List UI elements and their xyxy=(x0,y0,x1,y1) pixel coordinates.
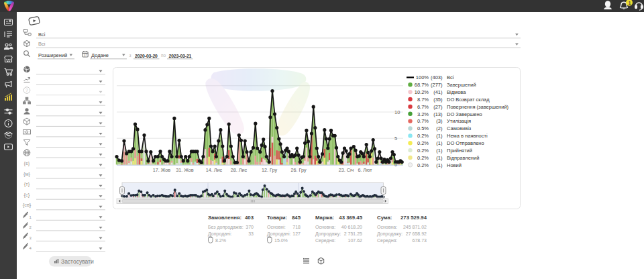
svg-text:2023-03-21: 2023-03-21 xyxy=(169,54,192,58)
svg-text:5: 5 xyxy=(394,135,397,142)
svg-text:8.2%: 8.2% xyxy=(215,238,226,243)
svg-text:8.7%: 8.7% xyxy=(417,97,429,103)
svg-text:1: 1 xyxy=(30,215,32,219)
svg-text:107.62: 107.62 xyxy=(348,238,363,243)
svg-text:Допродані:: Допродані: xyxy=(267,231,291,237)
svg-text:(1): (1) xyxy=(436,162,443,168)
svg-text:DO Отправлено: DO Отправлено xyxy=(447,140,484,146)
svg-text:43 369.45: 43 369.45 xyxy=(339,215,362,221)
svg-text:Основні:: Основні: xyxy=(267,225,286,229)
svg-text:(1): (1) xyxy=(436,148,443,154)
svg-text:245 871.02: 245 871.02 xyxy=(403,225,427,229)
svg-text:по: по xyxy=(161,53,166,58)
svg-text:2020-03-20: 2020-03-20 xyxy=(135,54,158,58)
svg-text:(1): (1) xyxy=(436,133,443,139)
svg-text:DO Завершено: DO Завершено xyxy=(447,111,482,117)
svg-text:370: 370 xyxy=(246,225,254,229)
svg-text:з: з xyxy=(129,53,131,58)
svg-text:Відправлений: Відправлений xyxy=(447,155,479,161)
svg-text:403: 403 xyxy=(245,215,254,221)
svg-text:678.73: 678.73 xyxy=(413,238,427,243)
svg-text:1: 1 xyxy=(629,1,631,5)
svg-text:10.2%: 10.2% xyxy=(415,89,429,95)
svg-text:Сума:: Сума: xyxy=(377,215,392,221)
svg-text:6. Лют: 6. Лют xyxy=(358,167,372,173)
svg-text:Основна:: Основна: xyxy=(315,225,335,229)
svg-text:Всі: Всі xyxy=(447,74,454,80)
svg-text:31. Жов: 31. Жов xyxy=(176,167,194,173)
svg-text:10: 10 xyxy=(394,109,400,115)
svg-text:DO Возврат склад: DO Возврат склад xyxy=(447,97,490,103)
svg-text:Всі: Всі xyxy=(38,32,46,38)
svg-text:{s}: {s} xyxy=(24,160,30,166)
svg-text:0.2%: 0.2% xyxy=(417,133,429,139)
svg-text:0.2%: 0.2% xyxy=(417,155,429,161)
svg-text:0: 0 xyxy=(394,162,397,168)
svg-text:(27): (27) xyxy=(433,104,443,110)
svg-text:(41): (41) xyxy=(433,89,443,95)
svg-text:{м}: {м} xyxy=(23,171,31,177)
svg-text:0.2%: 0.2% xyxy=(417,140,429,146)
svg-text:100%: 100% xyxy=(416,74,429,80)
svg-text:127: 127 xyxy=(292,231,301,236)
svg-text:Маржа:: Маржа: xyxy=(315,215,334,221)
svg-text:Товари:: Товари: xyxy=(267,215,287,221)
svg-text:68.7%: 68.7% xyxy=(415,82,429,88)
svg-text:2: 2 xyxy=(30,225,32,229)
svg-text:12. Гру: 12. Гру xyxy=(262,167,277,173)
svg-text:273 529.94: 273 529.94 xyxy=(400,215,427,221)
svg-text:(1): (1) xyxy=(436,155,443,161)
svg-text:17: 17 xyxy=(83,54,87,57)
svg-text:Утилізація: Утилізація xyxy=(447,118,471,124)
svg-text:15.0%: 15.0% xyxy=(274,238,288,243)
svg-text:718: 718 xyxy=(292,225,301,229)
svg-text:Розширений: Розширений xyxy=(38,52,67,58)
svg-text:0.2%: 0.2% xyxy=(417,162,429,168)
svg-text:6.7%: 6.7% xyxy=(417,104,429,110)
svg-text:{св}: {св} xyxy=(23,202,32,208)
svg-text:0.2%: 0.2% xyxy=(417,148,429,154)
svg-text:0.5%: 0.5% xyxy=(417,125,429,131)
svg-text:3.2%: 3.2% xyxy=(417,111,429,117)
svg-text:Середня:: Середня: xyxy=(315,238,335,243)
svg-text:{т}: {т} xyxy=(24,181,30,187)
svg-text:17. Жов: 17. Жов xyxy=(153,167,171,173)
svg-text:Прийнятий: Прийнятий xyxy=(447,148,472,154)
svg-text:Додане: Додане xyxy=(91,52,109,58)
svg-text:Повернення (завершений): Повернення (завершений) xyxy=(447,104,509,110)
svg-text:845: 845 xyxy=(292,215,301,221)
svg-text:Замовлення:: Замовлення: xyxy=(208,215,241,221)
svg-text:Допродажу:: Допродажу: xyxy=(377,231,402,237)
svg-text:Нема в наявності: Нема в наявності xyxy=(447,133,488,139)
svg-text:4: 4 xyxy=(30,246,32,250)
svg-text:14. Лис: 14. Лис xyxy=(206,167,223,173)
svg-text:Застосувати: Застосувати xyxy=(61,258,94,265)
svg-text:(35): (35) xyxy=(433,97,443,103)
svg-text:3: 3 xyxy=(30,236,32,240)
svg-text:Допродані:: Допродані: xyxy=(208,231,232,237)
svg-text:(3): (3) xyxy=(436,118,443,124)
svg-text:Новий: Новий xyxy=(447,162,462,168)
svg-text:28. Лис: 28. Лис xyxy=(231,167,248,173)
svg-text:33: 33 xyxy=(248,231,254,236)
svg-text:?: ? xyxy=(25,88,28,93)
svg-text:23. Січ: 23. Січ xyxy=(339,167,354,173)
svg-text:(1): (1) xyxy=(436,140,443,146)
svg-text:Всі: Всі xyxy=(38,41,46,47)
svg-text:Самовивіз: Самовивіз xyxy=(447,125,472,131)
svg-text:27 658.92: 27 658.92 xyxy=(406,231,427,236)
svg-text:2 751.25: 2 751.25 xyxy=(344,231,362,236)
svg-text:{с}: {с} xyxy=(24,192,30,198)
svg-text:(13): (13) xyxy=(433,111,443,117)
svg-text:26. Гру: 26. Гру xyxy=(291,167,307,173)
svg-text:Допродажу:: Допродажу: xyxy=(315,231,341,237)
svg-text:Основна:: Основна: xyxy=(377,225,397,229)
svg-text:40 618.20: 40 618.20 xyxy=(341,225,362,229)
svg-text:(2): (2) xyxy=(436,125,443,131)
svg-text:Без допродажів:: Без допродажів: xyxy=(208,225,244,230)
svg-text:(277): (277) xyxy=(431,82,443,88)
svg-text:0.7%: 0.7% xyxy=(417,118,429,124)
svg-text:(403): (403) xyxy=(431,74,443,80)
svg-text:Відмова: Відмова xyxy=(447,89,466,95)
svg-text:Завершений: Завершений xyxy=(447,82,476,88)
